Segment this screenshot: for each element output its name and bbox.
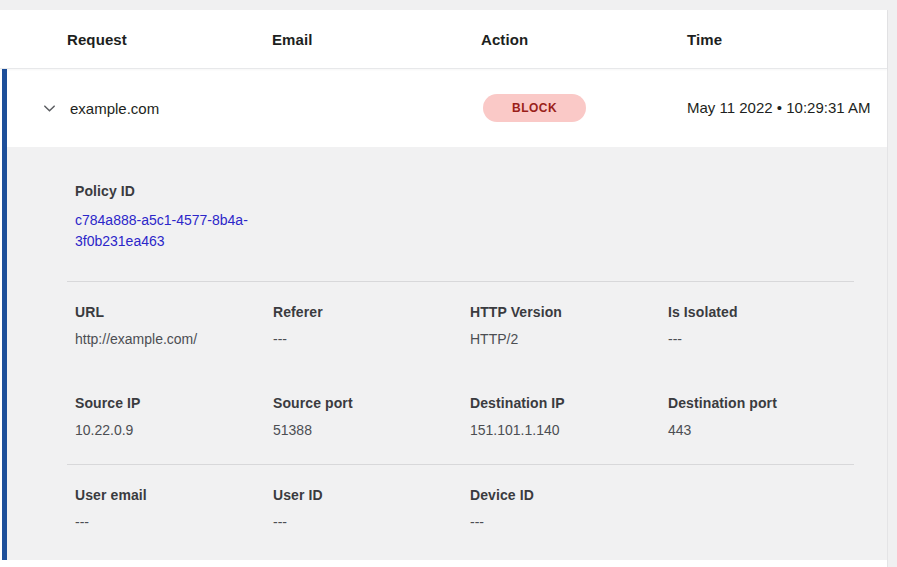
log-page: Request Email Action Time example.com BL… [0,0,897,567]
detail-field-source-ip: Source IP 10.22.0.9 [75,395,273,438]
policy-id-section: Policy ID c784a888-a5c1-4577-8b4a-3f0b23… [75,147,854,281]
detail-field-destination-ip: Destination IP 151.101.1.140 [470,395,668,438]
field-label: Device ID [470,487,668,503]
policy-id-label: Policy ID [75,183,854,199]
field-label: Referer [273,304,470,320]
field-label: Source port [273,395,470,411]
detail-field-url: URL http://example.com/ [75,304,273,347]
policy-id-link[interactable]: c784a888-a5c1-4577-8b4a-3f0b231ea463 [75,210,275,252]
field-value: http://example.com/ [75,331,273,347]
field-value: --- [668,331,854,347]
field-label: Is Isolated [668,304,854,320]
field-value: --- [273,514,470,530]
detail-field-user-email: User email --- [75,487,273,530]
row-request-value: example.com [70,100,483,117]
field-value: --- [273,331,470,347]
row-time-value: May 11 2022 • 10:29:31 AM [687,96,887,120]
detail-field-referer: Referer --- [273,304,470,347]
field-label: Source IP [75,395,273,411]
field-value: --- [75,514,273,530]
details-grid-row-1: URL http://example.com/ Referer --- HTTP… [75,282,854,373]
table-header: Request Email Action Time [0,10,887,69]
field-label: HTTP Version [470,304,668,320]
field-label: Destination port [668,395,854,411]
detail-field-device-id: Device ID --- [470,487,668,530]
field-label: Destination IP [470,395,668,411]
field-label: User email [75,487,273,503]
row-details-panel: Policy ID c784a888-a5c1-4577-8b4a-3f0b23… [7,147,887,560]
column-header-action: Action [481,31,687,48]
field-value: --- [470,514,668,530]
field-value: 10.22.0.9 [75,422,273,438]
detail-field-http-version: HTTP Version HTTP/2 [470,304,668,347]
field-value: 443 [668,422,854,438]
detail-field-source-port: Source port 51388 [273,395,470,438]
field-label: URL [75,304,273,320]
field-value: 151.101.1.140 [470,422,668,438]
column-header-email: Email [272,31,481,48]
chevron-down-icon[interactable] [42,101,70,116]
column-header-request: Request [67,31,272,48]
detail-field-is-isolated: Is Isolated --- [668,304,854,347]
table-row[interactable]: example.com BLOCK May 11 2022 • 10:29:31… [7,69,887,147]
detail-field-destination-port: Destination port 443 [668,395,854,438]
detail-field-empty [668,487,854,530]
details-grid-row-3: User email --- User ID --- Device ID --- [75,465,854,556]
row-action-cell: BLOCK [483,94,687,122]
field-label: User ID [273,487,470,503]
status-badge: BLOCK [483,94,586,122]
detail-field-user-id: User ID --- [273,487,470,530]
field-value: HTTP/2 [470,331,668,347]
log-table-card: Request Email Action Time example.com BL… [0,10,888,567]
details-grid-row-2: Source IP 10.22.0.9 Source port 51388 De… [75,373,854,464]
field-value: 51388 [273,422,470,438]
expanded-row-group: example.com BLOCK May 11 2022 • 10:29:31… [2,69,887,560]
column-header-time: Time [687,31,887,48]
